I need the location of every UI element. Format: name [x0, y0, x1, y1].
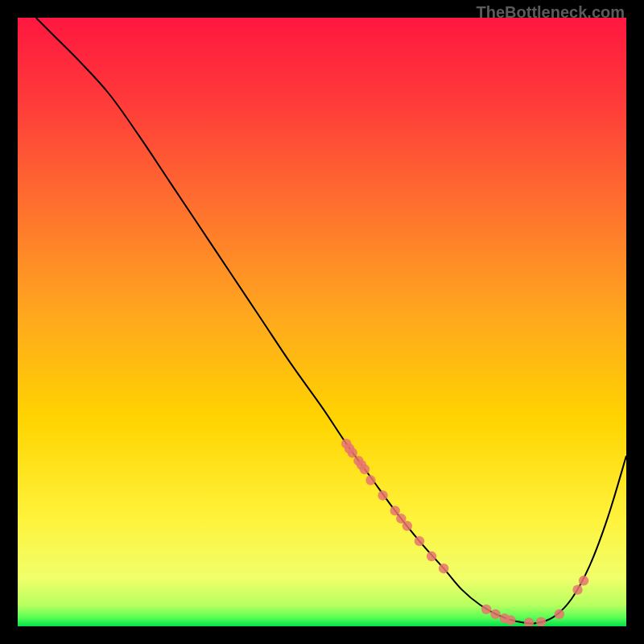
data-point: [402, 521, 412, 530]
data-point: [415, 536, 424, 546]
data-point: [378, 490, 387, 500]
bottleneck-chart: [18, 18, 626, 626]
data-point: [390, 506, 400, 515]
data-point: [360, 464, 369, 474]
data-point: [490, 609, 500, 619]
watermark-text: TheBottleneck.com: [477, 3, 625, 22]
data-point: [439, 564, 448, 573]
gradient-background: [18, 18, 626, 626]
data-point: [481, 605, 491, 614]
data-point: [365, 475, 375, 485]
data-point: [427, 551, 436, 561]
data-point: [348, 448, 357, 457]
data-point: [572, 584, 582, 594]
data-point: [506, 615, 515, 625]
data-point: [579, 576, 588, 585]
chart-frame: [18, 18, 626, 626]
data-point: [555, 609, 564, 619]
